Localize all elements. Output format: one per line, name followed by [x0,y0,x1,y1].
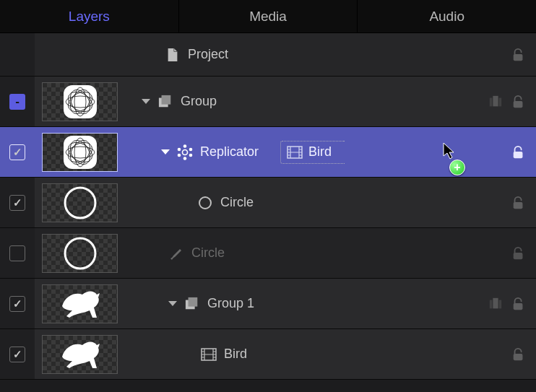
checkbox-cell[interactable] [0,228,35,278]
row-label[interactable]: Group 1 [207,296,254,311]
checkbox-mixed-icon: - [9,94,25,110]
checkbox-cell[interactable] [0,329,35,379]
isolate-icon[interactable] [487,93,504,110]
lock-icon[interactable] [509,45,529,65]
film-icon [287,144,303,160]
row-label[interactable]: Bird [224,347,247,362]
tab-audio[interactable]: Audio [358,0,536,32]
row-project[interactable]: Project [0,33,536,77]
group-icon [157,94,173,110]
thumbnail [42,133,118,172]
disclosure-triangle-icon[interactable] [168,301,177,306]
row-label[interactable]: Project [188,47,228,62]
tab-layers[interactable]: Layers [0,0,179,32]
lock-icon[interactable] [509,344,529,365]
row-group-1[interactable]: Group 1 [0,279,536,329]
tab-bar: Layers Media Audio [0,0,536,33]
checkbox-cell[interactable] [0,279,35,328]
checkbox-unchecked-icon [9,245,25,261]
drop-label: Bird [308,144,332,160]
row-replicator[interactable]: Replicator Bird + [0,127,536,178]
lock-icon[interactable] [509,243,529,263]
thumbnail-cell[interactable] [35,127,129,177]
thumbnail-cell[interactable] [35,279,129,328]
lock-icon[interactable] [509,142,529,162]
tab-media[interactable]: Media [179,0,358,32]
drop-indicator: Bird [280,141,345,164]
checkbox-checked-icon [9,347,25,362]
thumbnail [42,284,118,323]
group-icon [184,296,200,312]
checkbox-cell[interactable]: - [0,77,35,126]
row-circle-shape[interactable]: Circle [0,178,536,228]
thumbnail [42,82,118,121]
row-label[interactable]: Circle [191,245,225,261]
checkbox-cell[interactable] [0,127,35,177]
row-circle-paint[interactable]: Circle [0,228,536,279]
row-label[interactable]: Circle [220,195,254,210]
lock-icon[interactable] [509,92,529,112]
film-icon [201,347,217,362]
row-label[interactable]: Group [181,94,217,109]
disclosure-triangle-icon[interactable] [161,149,170,154]
document-icon [165,47,181,63]
lock-icon[interactable] [509,294,529,314]
thumbnail-cell[interactable] [35,77,129,126]
disclosure-triangle-icon[interactable] [142,99,150,104]
layer-list: Project - Group [0,33,536,380]
replicator-icon [177,144,193,160]
checkbox-checked-icon [9,144,25,160]
row-bird[interactable]: Bird [0,329,536,380]
thumbnail-cell[interactable] [35,228,129,278]
shape-circle-icon [197,195,213,211]
thumbnail-cell[interactable] [35,178,129,227]
thumbnail [42,234,118,273]
row-group[interactable]: - Group [0,77,536,127]
isolate-icon[interactable] [487,295,504,313]
checkbox-checked-icon [9,296,25,312]
thumbnail-cell [35,33,129,76]
thumbnail [42,335,118,374]
checkbox-cell[interactable] [0,178,35,227]
thumbnail [42,183,118,222]
row-label[interactable]: Replicator [200,144,259,160]
checkbox-checked-icon [9,195,25,211]
paint-stroke-icon [168,245,184,261]
lock-icon[interactable] [509,193,529,213]
checkbox-cell [0,33,35,76]
thumbnail-cell[interactable] [35,329,129,379]
